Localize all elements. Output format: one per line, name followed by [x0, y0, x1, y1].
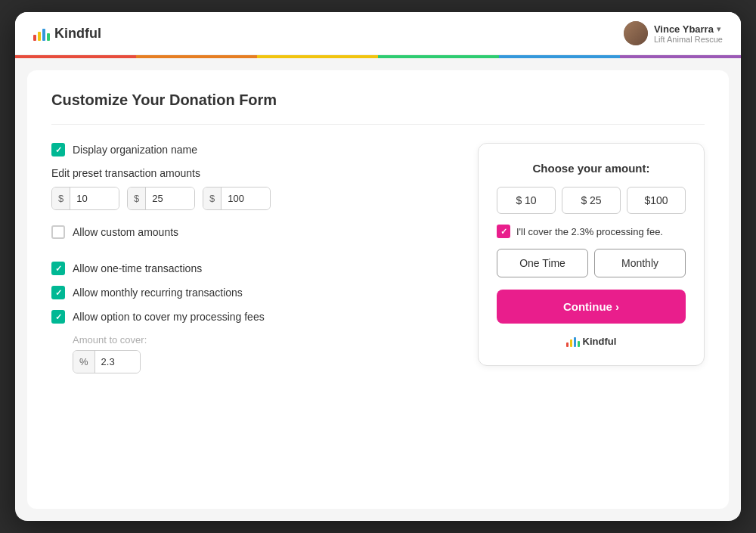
- amount-input-3: $: [203, 187, 271, 210]
- rainbow-yellow: [257, 55, 378, 58]
- preview-footer: Kindful: [497, 336, 686, 347]
- amount-field-2[interactable]: [146, 187, 194, 209]
- allow-custom-label: Allow custom amounts: [73, 226, 178, 238]
- logo-text: Kindful: [54, 26, 101, 42]
- top-bar: Kindful Vince Ybarra ▾ Lift Animal Rescu…: [15, 12, 741, 55]
- preview-amount-buttons: $ 10 $ 25 $100: [497, 187, 686, 214]
- amount-inputs: $ $ $: [51, 187, 448, 210]
- page-title: Customize Your Donation Form: [51, 91, 705, 109]
- preview-check: ✓: [500, 227, 507, 237]
- currency-2: $: [128, 187, 146, 209]
- allow-one-time-checkbox[interactable]: ✓: [51, 262, 65, 275]
- allow-custom-row: Allow custom amounts: [51, 225, 448, 239]
- logo-icon: [33, 26, 50, 41]
- percent-input-group: %: [73, 350, 141, 373]
- rainbow-purple: [620, 55, 741, 58]
- allow-monthly-checkbox[interactable]: ✓: [51, 286, 65, 299]
- left-panel: ✓ Display organization name Edit preset …: [51, 143, 448, 373]
- processing-fee-label: I'll cover the 2.3% processing fee.: [516, 226, 663, 237]
- percent-symbol: %: [73, 351, 95, 373]
- preview-title: Choose your amount:: [497, 162, 686, 175]
- currency-3: $: [203, 187, 222, 209]
- kindful-footer-logo: Kindful: [566, 336, 617, 347]
- preview-amount-100[interactable]: $100: [627, 187, 686, 214]
- divider: [51, 124, 705, 125]
- amount-field-3[interactable]: [222, 187, 270, 209]
- checkmark: ✓: [55, 146, 62, 154]
- allow-one-time-label: Allow one-time transactions: [73, 262, 202, 274]
- app-frame: Kindful Vince Ybarra ▾ Lift Animal Rescu…: [15, 12, 741, 521]
- amount-input-1: $: [51, 187, 119, 210]
- rainbow-green: [378, 55, 499, 58]
- logo: Kindful: [33, 26, 101, 42]
- preview-amount-25[interactable]: $ 25: [562, 187, 621, 214]
- preview-card: Choose your amount: $ 10 $ 25 $100 ✓ I'l…: [478, 143, 705, 366]
- amount-field-1[interactable]: [70, 187, 119, 209]
- checkmark-4: ✓: [55, 313, 62, 321]
- display-org-row: ✓ Display organization name: [51, 143, 448, 156]
- allow-monthly-row: ✓ Allow monthly recurring transactions: [51, 286, 448, 299]
- amount-to-cover-label: Amount to cover:: [73, 334, 448, 346]
- amount-input-2: $: [127, 187, 195, 210]
- allow-one-time-row: ✓ Allow one-time transactions: [51, 262, 448, 275]
- content-layout: ✓ Display organization name Edit preset …: [51, 143, 705, 373]
- one-time-button[interactable]: One Time: [497, 249, 588, 277]
- rainbow-orange: [136, 55, 257, 58]
- checkmark-3: ✓: [55, 289, 62, 297]
- user-menu[interactable]: Vince Ybarra ▾ Lift Animal Rescue: [624, 21, 723, 45]
- allow-processing-label: Allow option to cover my processing fees: [73, 311, 265, 323]
- preview-amount-10[interactable]: $ 10: [497, 187, 556, 214]
- frequency-buttons: One Time Monthly: [497, 249, 686, 277]
- kindful-footer-text: Kindful: [583, 336, 617, 347]
- allow-custom-checkbox[interactable]: [51, 225, 65, 239]
- rainbow-bar: [15, 55, 741, 58]
- display-org-checkbox[interactable]: ✓: [51, 143, 65, 156]
- rainbow-red: [15, 55, 136, 58]
- processing-sub-section: Amount to cover: %: [73, 334, 448, 373]
- user-org: Lift Animal Rescue: [654, 35, 723, 44]
- user-name: Vince Ybarra: [654, 23, 714, 35]
- preview-processing-checkbox[interactable]: ✓: [497, 225, 510, 238]
- currency-1: $: [52, 187, 70, 209]
- allow-processing-row: ✓ Allow option to cover my processing fe…: [51, 310, 448, 324]
- checkmark-2: ✓: [55, 265, 62, 273]
- processing-fee-row: ✓ I'll cover the 2.3% processing fee.: [497, 225, 686, 238]
- monthly-button[interactable]: Monthly: [594, 249, 686, 277]
- percent-field[interactable]: [95, 351, 140, 373]
- avatar: [624, 21, 648, 45]
- rainbow-blue: [499, 55, 620, 58]
- dropdown-icon: ▾: [717, 24, 721, 34]
- preset-amounts-section: Edit preset transaction amounts $ $ $: [51, 167, 448, 210]
- allow-processing-checkbox[interactable]: ✓: [51, 310, 65, 324]
- main-content: Customize Your Donation Form ✓ Display o…: [27, 70, 729, 509]
- continue-button[interactable]: Continue ›: [497, 290, 686, 324]
- allow-monthly-label: Allow monthly recurring transactions: [73, 287, 243, 299]
- user-info: Vince Ybarra ▾ Lift Animal Rescue: [654, 23, 723, 44]
- display-org-label: Display organization name: [73, 144, 197, 156]
- kindful-bars-icon: [566, 336, 580, 347]
- right-panel: Choose your amount: $ 10 $ 25 $100 ✓ I'l…: [478, 143, 705, 366]
- preset-amounts-label: Edit preset transaction amounts: [51, 167, 448, 179]
